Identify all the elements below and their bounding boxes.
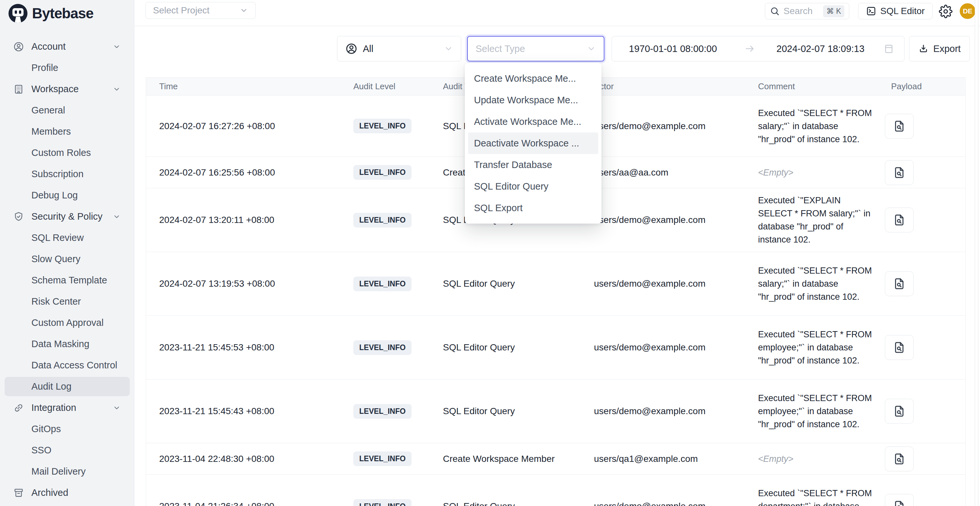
sidebar-item-custom-roles[interactable]: Custom Roles	[0, 142, 134, 164]
sidebar-item-security-policy[interactable]: Security & Policy	[0, 206, 134, 227]
gear-icon[interactable]	[939, 5, 953, 18]
bytebase-logo[interactable]: Bytebase	[8, 3, 94, 24]
sidebar-item-gitops[interactable]: GitOps	[0, 418, 134, 440]
comment-text: Executed `"SELECT * FROM salary;"` in da…	[758, 107, 873, 146]
table-row: 2023-11-21 15:45:43 +08:00 LEVEL_INFO SQ…	[146, 380, 965, 443]
menu-item-deactivate-workspace-member[interactable]: Deactivate Workspace ...	[465, 132, 601, 154]
export-button[interactable]: Export	[909, 36, 970, 62]
topbar	[135, 0, 980, 26]
chevron-down-icon	[240, 6, 248, 15]
payload-view-button[interactable]	[885, 271, 914, 296]
building-icon	[13, 84, 24, 95]
sidebar-item-archived[interactable]: Archived	[0, 482, 134, 503]
sidebar-item-sql-review[interactable]: SQL Review	[0, 227, 134, 248]
table-row: 2023-11-04 22:48:30 +08:00 LEVEL_INFO Cr…	[146, 443, 965, 475]
shield-check-icon	[13, 211, 24, 222]
sidebar-item-subscription[interactable]: Subscription	[0, 164, 134, 185]
sidebar-item-schema-template[interactable]: Schema Template	[0, 270, 134, 291]
sidebar-item-sso[interactable]: SSO	[0, 440, 134, 461]
sidebar-item-members[interactable]: Members	[0, 121, 134, 142]
payload-view-button[interactable]	[885, 114, 914, 138]
sidebar-item-debug-log[interactable]: Debug Log	[0, 185, 134, 206]
sidebar-item-custom-approval[interactable]: Custom Approval	[0, 312, 134, 333]
menu-item-sql-editor-query[interactable]: SQL Editor Query	[465, 175, 601, 197]
chevron-down-icon	[113, 404, 121, 412]
search-input[interactable]: Search ⌘ K	[765, 3, 849, 19]
project-select[interactable]: Select Project	[145, 2, 256, 19]
date-to-value: 2024-02-07 18:09:13	[776, 43, 864, 54]
table-row: 2023-11-21 15:45:53 +08:00 LEVEL_INFO SQ…	[146, 316, 965, 380]
audit-level-badge: LEVEL_INFO	[353, 452, 412, 466]
user-avatar[interactable]: DE	[960, 3, 975, 19]
bytebase-logo-icon	[8, 4, 27, 23]
column-header-payload: Payload	[873, 81, 966, 92]
audit-level-badge: LEVEL_INFO	[353, 499, 412, 506]
menu-item-update-workspace-member[interactable]: Update Workspace Me...	[465, 89, 601, 111]
payload-view-button[interactable]	[885, 399, 914, 423]
audit-level-badge: LEVEL_INFO	[353, 404, 412, 419]
comment-text: Executed `"SELECT * FROM employee;"` in …	[758, 391, 873, 431]
actor-filter-value: All	[363, 43, 373, 54]
sidebar-item-audit-log[interactable]: Audit Log	[0, 376, 134, 397]
arrow-right-icon	[744, 43, 756, 54]
archive-icon	[13, 487, 24, 498]
search-icon	[770, 6, 780, 16]
menu-item-transfer-database[interactable]: Transfer Database	[465, 154, 601, 175]
comment-text: <Empty>	[758, 166, 873, 179]
chevron-down-icon	[113, 213, 121, 221]
sidebar-item-mail-delivery[interactable]: Mail Delivery	[0, 461, 134, 482]
actor-filter-select[interactable]: All	[337, 36, 461, 62]
search-placeholder: Search	[784, 6, 813, 16]
audit-level-badge: LEVEL_INFO	[353, 213, 412, 228]
comment-text: Executed `"SELECT * FROM department;"` i…	[758, 487, 873, 506]
type-filter-select[interactable]: Select Type	[467, 36, 605, 62]
sidebar-item-general[interactable]: General	[0, 100, 134, 121]
sidebar: Bytebase Account Profile Workspace Gener…	[0, 0, 134, 506]
user-circle-icon	[13, 41, 24, 52]
audit-level-badge: LEVEL_INFO	[353, 277, 412, 291]
table-row: 2023-11-04 21:26:34 +08:00 LEVEL_INFO SQ…	[146, 475, 965, 506]
sidebar-item-workspace[interactable]: Workspace	[0, 78, 134, 100]
download-icon	[918, 43, 929, 54]
file-search-icon	[893, 119, 906, 133]
sidebar-item-profile[interactable]: Profile	[0, 57, 134, 78]
sql-editor-button[interactable]: SQL Editor	[858, 3, 932, 19]
sidebar-item-integration[interactable]: Integration	[0, 397, 134, 418]
payload-view-button[interactable]	[885, 335, 914, 360]
audit-level-badge: LEVEL_INFO	[353, 165, 412, 180]
sidebar-item-data-access-control[interactable]: Data Access Control	[0, 355, 134, 376]
column-header-actor: Actor	[589, 81, 749, 92]
payload-view-button[interactable]	[885, 494, 914, 506]
menu-item-activate-workspace-member[interactable]: Activate Workspace Me...	[465, 111, 601, 132]
comment-text: Executed `"SELECT * FROM salary;"` in da…	[758, 264, 873, 303]
table-row: 2024-02-07 13:19:53 +08:00 LEVEL_INFO SQ…	[146, 252, 965, 316]
payload-view-button[interactable]	[885, 208, 914, 232]
terminal-icon	[866, 6, 877, 16]
chevron-down-icon	[444, 44, 453, 53]
file-search-icon	[893, 213, 906, 226]
sidebar-item-account[interactable]: Account	[0, 36, 134, 57]
file-search-icon	[893, 500, 906, 506]
comment-text: <Empty>	[758, 452, 873, 465]
payload-view-button[interactable]	[885, 447, 914, 471]
column-header-audit-level: Audit Level	[340, 81, 428, 92]
vertical-scrollbar[interactable]	[975, 0, 978, 506]
column-header-comment: Comment	[749, 81, 873, 92]
type-filter-placeholder: Select Type	[476, 43, 525, 54]
menu-item-create-workspace-member[interactable]: Create Workspace Me...	[465, 68, 601, 89]
chevron-down-icon	[587, 44, 596, 53]
payload-view-button[interactable]	[885, 160, 914, 185]
column-header-time: Time	[146, 81, 340, 92]
menu-item-sql-export[interactable]: SQL Export	[465, 197, 601, 219]
sidebar-item-slow-query[interactable]: Slow Query	[0, 248, 134, 270]
sidebar-item-data-masking[interactable]: Data Masking	[0, 333, 134, 355]
type-filter-dropdown-menu: Create Workspace Me... Update Workspace …	[465, 63, 601, 224]
chevron-down-icon	[113, 43, 121, 51]
sidebar-item-risk-center[interactable]: Risk Center	[0, 291, 134, 312]
file-search-icon	[893, 166, 906, 179]
date-range-picker[interactable]: 1970-01-01 08:00:00 2024-02-07 18:09:13	[612, 36, 905, 62]
chevron-down-icon	[113, 85, 121, 93]
comment-text: Executed `"SELECT * FROM employee;"` in …	[758, 328, 873, 367]
date-from-value: 1970-01-01 08:00:00	[629, 43, 717, 54]
logo-wordmark: Bytebase	[32, 5, 94, 22]
